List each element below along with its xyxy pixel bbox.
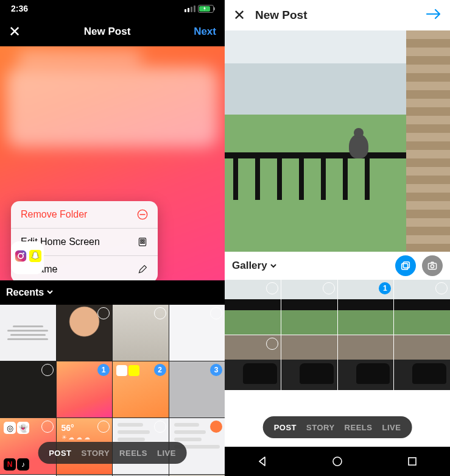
select-circle[interactable]: [323, 282, 335, 294]
selection-badge[interactable]: 3: [210, 364, 222, 376]
svg-rect-16: [409, 458, 416, 465]
selection-badge[interactable]: 1: [379, 282, 391, 294]
android-nav-bar: ✕ New Post: [225, 0, 450, 30]
select-circle[interactable]: [154, 307, 166, 319]
instagram-icon: [14, 249, 27, 266]
selection-badge[interactable]: 2: [154, 364, 166, 376]
folder-app-icons: [11, 241, 44, 274]
photo-thumbnail[interactable]: 1: [57, 361, 113, 417]
select-circle[interactable]: [435, 282, 448, 294]
photo-thumbnail[interactable]: [394, 335, 450, 390]
android-screenshot: ✕ New Post Gallery: [225, 0, 450, 476]
close-icon[interactable]: ✕: [9, 23, 21, 40]
select-circle[interactable]: [266, 282, 278, 294]
photo-thumbnail[interactable]: [225, 280, 281, 335]
mode-post[interactable]: POST: [49, 449, 71, 458]
recents-icon[interactable]: [406, 455, 419, 468]
selection-badge[interactable]: 1: [97, 364, 110, 376]
photo-thumbnail[interactable]: [113, 305, 169, 361]
photo-thumbnail[interactable]: [169, 305, 225, 361]
android-nav-buttons: [225, 447, 450, 476]
menu-remove-folder[interactable]: Remove Folder: [11, 201, 158, 229]
select-circle[interactable]: [210, 421, 222, 433]
svg-rect-12: [402, 263, 408, 269]
svg-point-14: [431, 265, 434, 268]
photo-thumbnail[interactable]: [0, 305, 56, 361]
mode-live[interactable]: LIVE: [157, 449, 176, 458]
mode-story[interactable]: STORY: [306, 423, 335, 432]
selected-photo-preview: Remove Folder Edit Home Screen Rename: [0, 46, 225, 280]
home-icon[interactable]: [331, 455, 344, 468]
mode-post[interactable]: POST: [274, 423, 297, 432]
svg-rect-5: [141, 242, 142, 243]
mode-selector: POST STORY REELS LIVE: [38, 442, 187, 464]
svg-rect-6: [143, 242, 144, 243]
remove-icon: [137, 209, 148, 220]
photo-thumbnail[interactable]: [0, 361, 56, 417]
close-icon[interactable]: ✕: [233, 7, 245, 24]
chevron-down-icon: [270, 262, 277, 269]
ios-nav-bar: ✕ New Post Next: [0, 17, 225, 46]
svg-rect-11: [403, 262, 409, 268]
photo-thumbnail[interactable]: 2: [113, 361, 169, 417]
multi-select-button[interactable]: [395, 255, 416, 276]
svg-point-9: [23, 252, 24, 254]
mode-story[interactable]: STORY: [82, 449, 110, 458]
photo-thumbnail[interactable]: [394, 280, 450, 335]
menu-label: Remove Folder: [21, 209, 87, 220]
select-circle[interactable]: [41, 364, 54, 376]
mode-reels[interactable]: REELS: [119, 449, 147, 458]
back-icon[interactable]: [256, 455, 269, 468]
album-label: Gallery: [232, 260, 267, 272]
album-picker[interactable]: Gallery: [232, 260, 389, 272]
status-time: 2:36: [11, 4, 28, 13]
weather-temp: 56°: [62, 423, 74, 433]
photo-thumbnail[interactable]: 1: [338, 280, 394, 335]
svg-rect-7: [15, 250, 26, 261]
photo-thumbnail[interactable]: [57, 305, 113, 361]
svg-rect-2: [139, 238, 146, 246]
photo-thumbnail[interactable]: [281, 280, 337, 335]
mode-reels[interactable]: REELS: [345, 423, 373, 432]
apps-icon: [137, 236, 148, 247]
album-picker-row: Gallery: [225, 252, 450, 280]
photo-thumbnail[interactable]: 3: [169, 361, 225, 417]
photo-grid: 1: [225, 280, 450, 390]
bird-subject: [349, 134, 368, 158]
ios-status-bar: 2:36: [0, 0, 225, 17]
svg-rect-3: [141, 240, 142, 241]
svg-rect-4: [143, 240, 144, 241]
album-picker[interactable]: Recents: [0, 280, 225, 305]
svg-point-15: [333, 457, 342, 466]
photo-thumbnail[interactable]: [338, 335, 394, 390]
chevron-down-icon: [46, 287, 54, 298]
selected-photo-preview: [225, 30, 450, 252]
mode-live[interactable]: LIVE: [382, 423, 401, 432]
photo-thumbnail[interactable]: [281, 335, 337, 390]
signal-icon: [185, 5, 195, 12]
camera-button[interactable]: [422, 255, 443, 276]
select-circle[interactable]: [41, 421, 54, 433]
ios-screenshot: 2:36 ✕ New Post Next Remove Folder: [0, 0, 225, 476]
weather-icon: ☀ ☁ ☁ ☁: [62, 434, 90, 441]
select-circle[interactable]: [97, 421, 110, 433]
svg-rect-13: [428, 263, 436, 269]
photo-thumbnail[interactable]: [225, 335, 281, 390]
next-arrow-button[interactable]: [426, 8, 441, 23]
select-circle[interactable]: [210, 307, 222, 319]
mode-selector: POST STORY REELS LIVE: [263, 416, 412, 438]
pencil-icon: [137, 264, 148, 275]
select-circle[interactable]: [97, 307, 110, 319]
snapchat-icon: [29, 250, 41, 266]
select-circle[interactable]: [154, 421, 166, 433]
page-title: New Post: [255, 9, 416, 22]
next-button[interactable]: Next: [194, 26, 216, 38]
page-title: New Post: [84, 26, 131, 38]
battery-icon: [198, 5, 214, 13]
select-circle[interactable]: [266, 338, 278, 350]
album-label: Recents: [6, 287, 44, 298]
